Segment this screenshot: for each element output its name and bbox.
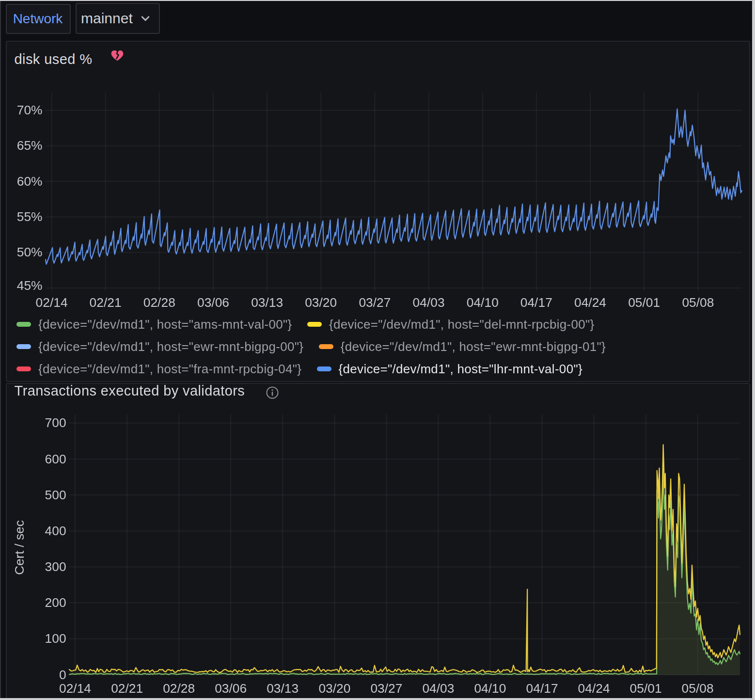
x-tick-label: 04/10 — [466, 295, 498, 310]
legend-series-name: {device="/dev/md1", host="ewr-mnt-bigpg-… — [341, 339, 606, 354]
x-tick-label: 05/08 — [681, 295, 713, 310]
legend-item[interactable]: {device="/dev/md1", host="ewr-mnt-bigpg-… — [17, 335, 304, 358]
variable-value-text: mainnet — [81, 10, 133, 27]
x-tick-label: 03/13 — [266, 682, 298, 696]
legend-series-name: {device="/dev/md1", host="fra-mnt-rpcbig… — [38, 362, 301, 376]
panel-transactions: Transactions executed by validators 0100… — [5, 383, 750, 700]
x-tick-label: 04/24 — [574, 295, 606, 310]
y-tick-label: 300 — [45, 560, 66, 574]
series-line — [69, 445, 739, 673]
legend-item[interactable]: {device="/dev/md1", host="ewr-mnt-bigpg-… — [319, 335, 606, 358]
x-tick-label: 04/10 — [473, 682, 505, 696]
window-edge-top — [0, 0, 755, 1]
x-tick-label: 02/21 — [89, 295, 121, 310]
x-tick-label: 03/27 — [370, 682, 402, 696]
y-tick-label: 400 — [45, 524, 66, 539]
y-tick-label: 200 — [45, 596, 66, 610]
legend-item[interactable]: {device="/dev/md1", host="lhr-mnt-val-00… — [317, 358, 582, 380]
y-tick-label: 55% — [16, 209, 42, 224]
legend-item[interactable]: {device="/dev/md1", host="fra-mnt-rpcbig… — [17, 358, 302, 380]
legend-series-name: {device="/dev/md1", host="lhr-mnt-val-00… — [339, 362, 582, 376]
transactions-chart[interactable]: 010020030040050060070002/1402/2102/2803/… — [5, 383, 750, 700]
x-tick-label: 05/08 — [681, 682, 713, 696]
x-tick-label: 03/27 — [358, 295, 390, 310]
y-tick-label: 60% — [16, 174, 42, 189]
scrollbar-track[interactable] — [753, 0, 755, 700]
x-tick-label: 03/06 — [214, 682, 246, 696]
variable-label-text: Network — [13, 11, 63, 26]
y-tick-label: 70% — [16, 103, 42, 117]
x-tick-label: 04/17 — [526, 682, 558, 696]
y-tick-label: 700 — [45, 416, 66, 430]
x-tick-label: 02/21 — [110, 682, 142, 696]
x-tick-label: 03/20 — [318, 682, 350, 696]
y-tick-label: 600 — [45, 452, 66, 466]
legend: {device="/dev/md1", host="ams-mnt-val-00… — [17, 313, 742, 380]
x-tick-label: 02/14 — [35, 295, 67, 310]
x-tick-label: 03/13 — [251, 295, 283, 310]
series-fill-area — [69, 445, 739, 675]
window-edge-bottom — [0, 698, 755, 700]
series-color-marker — [17, 322, 31, 327]
x-tick-label: 04/03 — [412, 295, 444, 310]
y-tick-label: 100 — [45, 632, 66, 646]
x-tick-label: 05/01 — [628, 295, 660, 310]
legend-series-name: {device="/dev/md1", host="ams-mnt-val-00… — [38, 317, 292, 332]
y-tick-label: 0 — [59, 668, 66, 682]
x-tick-label: 03/06 — [197, 295, 229, 310]
series-line — [69, 469, 739, 675]
series-color-marker — [308, 322, 322, 327]
x-tick-label: 02/28 — [143, 295, 175, 310]
chevron-down-icon — [138, 12, 152, 25]
y-tick-label: 65% — [16, 138, 42, 153]
variable-label-network[interactable]: Network — [5, 3, 70, 33]
x-tick-label: 03/20 — [304, 295, 336, 310]
y-tick-label: 45% — [16, 278, 42, 293]
legend-series-name: {device="/dev/md1", host="del-mnt-rpcbig… — [329, 317, 595, 332]
x-tick-label: 05/01 — [629, 682, 661, 696]
x-tick-label: 04/17 — [520, 295, 552, 310]
series-line — [45, 109, 741, 264]
window-edge-left — [0, 0, 1, 700]
series-color-marker — [319, 345, 333, 349]
variable-value-dropdown[interactable]: mainnet — [75, 3, 159, 33]
series-color-marker — [17, 345, 31, 349]
series-fill-area — [69, 469, 739, 675]
y-axis-title: Cert / sec — [12, 521, 26, 575]
y-tick-label: 50% — [16, 245, 42, 259]
panel-disk-used: disk used % 45%50%55%60%65%70%02/1402/21… — [5, 41, 750, 382]
x-tick-label: 04/24 — [578, 682, 610, 696]
grafana-dashboard: Network mainnet disk used % 45%50%55%60%… — [0, 0, 755, 700]
legend-item[interactable]: {device="/dev/md1", host="del-mnt-rpcbig… — [308, 313, 595, 335]
legend-item[interactable]: {device="/dev/md1", host="ams-mnt-val-00… — [17, 313, 292, 335]
series-color-marker — [17, 367, 31, 371]
series-color-marker — [317, 367, 331, 371]
x-tick-label: 04/03 — [422, 682, 454, 696]
y-tick-label: 500 — [45, 488, 66, 503]
legend-series-name: {device="/dev/md1", host="ewr-mnt-bigpg-… — [38, 339, 303, 354]
x-tick-label: 02/14 — [59, 682, 91, 696]
x-tick-label: 02/28 — [162, 682, 194, 696]
